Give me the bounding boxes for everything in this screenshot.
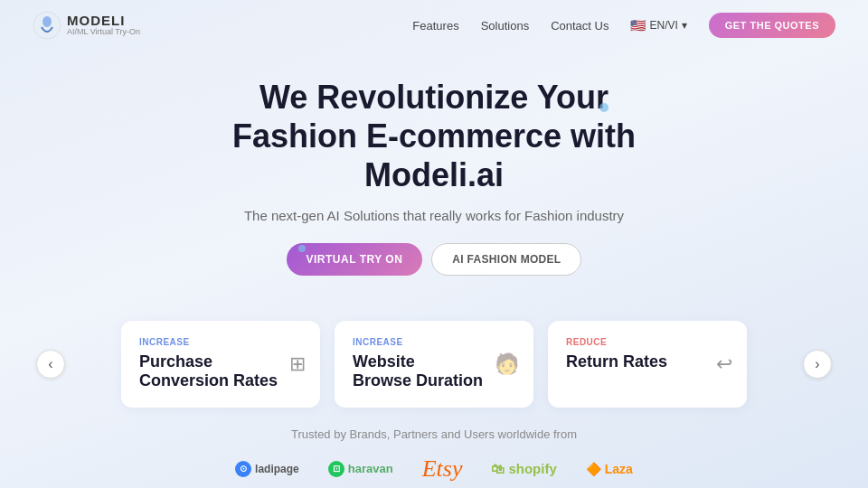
card-3-icon: ↩ — [716, 352, 732, 376]
haravan-icon: ⊡ — [328, 461, 344, 477]
ai-fashion-model-button[interactable]: AI FASHION MODEL — [431, 243, 581, 276]
chevron-left-icon: ‹ — [48, 356, 52, 372]
trusted-section: Trusted by Brands, Partners and Users wo… — [0, 408, 868, 488]
card-1-title: Purchase Conversion Rates — [139, 352, 302, 391]
brand-laza: 🔶 Laza — [586, 462, 633, 476]
headline-line-3: Modeli.ai — [364, 156, 504, 193]
feature-cards-section: ‹ INCREASE Purchase Conversion Rates ⊞ I… — [0, 321, 868, 408]
get-quotes-button[interactable]: GET THE QUOTES — [709, 13, 835, 38]
logo-tagline: AI/ML Virtual Try-On — [67, 28, 140, 37]
lang-label: EN/VI — [649, 19, 677, 32]
headline-line-1: We Revolutionize Your — [259, 79, 609, 116]
logo-name: MODELI — [67, 14, 140, 29]
flag-icon: 🇺🇸 — [630, 18, 646, 33]
brand-ladipage: ⊙ ladipage — [235, 461, 299, 477]
cards-row: INCREASE Purchase Conversion Rates ⊞ INC… — [65, 321, 803, 408]
decorative-dot-2 — [298, 245, 306, 252]
decorative-dot-1 — [599, 103, 609, 112]
card-3-label: REDUCE — [566, 337, 729, 347]
nav-features[interactable]: Features — [412, 19, 458, 33]
trusted-label: Trusted by Brands, Partners and Users wo… — [27, 427, 841, 441]
cards-prev-button[interactable]: ‹ — [36, 350, 65, 379]
brand-shopify: 🛍 shopify — [491, 461, 556, 476]
virtual-try-on-button[interactable]: VIRTUAL TRY ON — [287, 243, 423, 276]
card-return-rates: REDUCE Return Rates ↩ — [548, 321, 747, 408]
chevron-right-icon: › — [815, 356, 819, 372]
card-1-icon: ⊞ — [289, 352, 306, 376]
brand-logos-row-1: ⊙ ladipage ⊡ haravan Etsy 🛍 shopify 🔶 La… — [27, 455, 841, 483]
card-3-title: Return Rates — [566, 352, 729, 372]
card-1-label: INCREASE — [139, 337, 302, 347]
svg-point-1 — [42, 16, 52, 27]
nav-contact[interactable]: Contact Us — [551, 19, 609, 33]
card-website-browse: INCREASE Website Browse Duration 🧑 — [335, 321, 533, 408]
ladipage-icon: ⊙ — [235, 461, 251, 477]
logo[interactable]: MODELI AI/ML Virtual Try-On — [33, 11, 140, 40]
chevron-down-icon: ▾ — [682, 19, 687, 32]
nav-solutions[interactable]: Solutions — [481, 19, 529, 33]
hero-subtext: The next-gen AI Solutions that really wo… — [18, 208, 850, 223]
brand-etsy: Etsy — [422, 455, 463, 483]
card-purchase-conversion: INCREASE Purchase Conversion Rates ⊞ — [121, 321, 320, 408]
hero-section: We Revolutionize Your Fashion E-commerce… — [0, 51, 868, 321]
navbar: MODELI AI/ML Virtual Try-On Features Sol… — [0, 0, 868, 51]
hero-buttons: VIRTUAL TRY ON AI FASHION MODEL — [18, 243, 850, 276]
brand-haravan: ⊡ haravan — [328, 461, 393, 477]
card-2-title: Website Browse Duration — [353, 352, 515, 391]
headline-line-2: Fashion E-commerce with — [232, 117, 636, 155]
card-2-icon: 🧑 — [495, 352, 519, 376]
cards-next-button[interactable]: › — [803, 350, 832, 379]
language-switcher[interactable]: 🇺🇸 EN/VI ▾ — [630, 18, 686, 33]
card-2-label: INCREASE — [353, 337, 515, 347]
laza-icon: 🔶 — [586, 462, 601, 476]
hero-headline: We Revolutionize Your Fashion E-commerce… — [163, 78, 705, 195]
nav-links: Features Solutions Contact Us 🇺🇸 EN/VI ▾… — [412, 13, 835, 38]
shopify-icon: 🛍 — [491, 461, 505, 476]
